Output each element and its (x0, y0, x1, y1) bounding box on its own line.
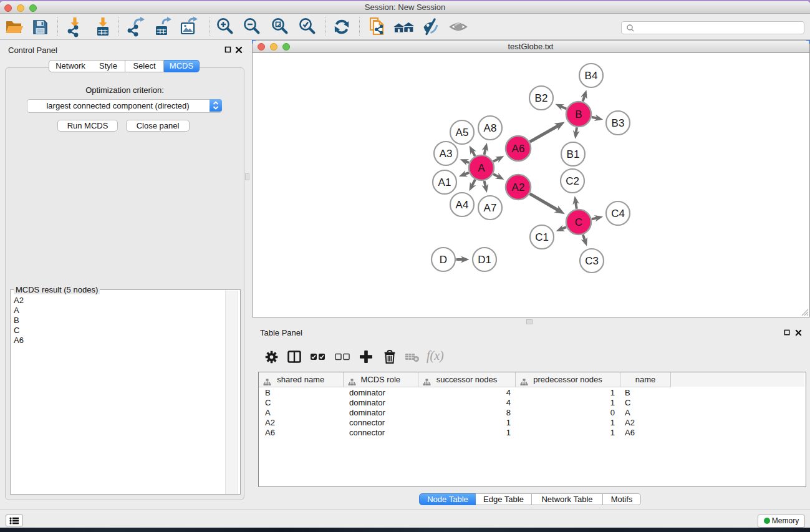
svg-text:A4: A4 (455, 199, 468, 211)
svg-text:A8: A8 (483, 122, 496, 134)
svg-text:A1: A1 (438, 177, 451, 188)
svg-text:B3: B3 (611, 117, 624, 129)
svg-text:C4: C4 (611, 208, 625, 220)
svg-text:C1: C1 (535, 231, 549, 243)
svg-text:B4: B4 (584, 70, 597, 82)
svg-text:A6: A6 (511, 143, 524, 155)
svg-text:B2: B2 (534, 92, 547, 104)
svg-text:A7: A7 (483, 202, 496, 214)
svg-text:C2: C2 (566, 175, 579, 187)
svg-text:A: A (478, 162, 485, 174)
svg-text:D: D (439, 254, 446, 266)
svg-text:C: C (574, 216, 582, 228)
svg-text:C3: C3 (585, 255, 599, 267)
svg-text:A3: A3 (439, 148, 452, 160)
svg-text:D1: D1 (478, 254, 491, 266)
svg-text:A2: A2 (511, 181, 524, 193)
svg-text:A5: A5 (455, 127, 468, 138)
svg-text:B1: B1 (566, 148, 579, 160)
svg-text:B: B (575, 109, 582, 120)
